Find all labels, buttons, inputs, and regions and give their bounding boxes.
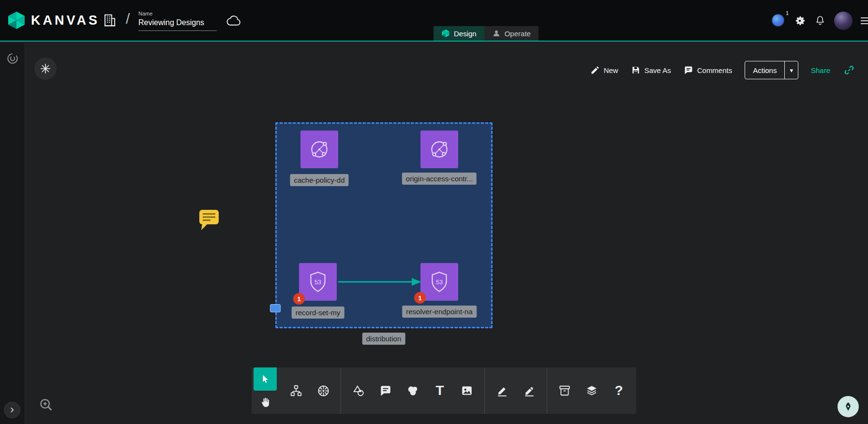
help-tool[interactable]: ? [605,367,632,414]
zoom-in-button[interactable] [39,397,53,414]
selection-anchor-handle[interactable] [270,304,281,312]
pan-tool-button[interactable] [259,391,271,414]
kanvas-wordmark: KANVAS [31,13,100,28]
cloudfront-icon [427,137,451,161]
comment-bubble-icon [684,65,693,75]
node-origin-access-control[interactable] [420,131,458,168]
canvas-action-bar: New Save As Comments Actions ▾ Share [590,61,855,79]
archive-drawer-icon [558,384,571,397]
blob-shapes-icon [406,384,419,397]
route53-shield-icon: 53 [427,270,451,294]
toolbar-group-manage: ? [547,367,636,414]
notification-count: 1 [786,10,789,16]
error-badge-record-set[interactable]: 1 [293,293,305,305]
cloudfront-icon [307,137,331,161]
user-avatar[interactable] [834,12,853,30]
text-tool[interactable]: T [426,367,453,414]
tab-design-label: Design [454,29,477,38]
mode-tabs: Design Operate [434,26,539,41]
help-icon: ? [614,383,623,398]
media-tool[interactable] [453,367,480,414]
operate-tab-icon [492,29,501,38]
select-tool-button[interactable] [254,367,277,391]
tab-operate[interactable]: Operate [484,26,539,41]
sticker-tool[interactable] [399,367,426,414]
sitemap-icon [290,384,302,397]
shapes-icon [352,384,365,397]
layers-tool[interactable] [578,367,605,414]
kubernetes-wheel-icon [317,384,330,397]
design-name-input[interactable] [138,17,217,31]
design-tab-icon [441,29,450,38]
notification-icon [772,14,784,27]
pen-fab-button[interactable] [838,396,859,417]
design-name-field: Name [138,11,217,31]
node-record-set[interactable]: 53 [299,263,337,301]
shapes-tool[interactable] [345,367,372,414]
notification-center-button[interactable]: 1 [772,14,785,28]
kanvas-app: KANVAS / Name [0,0,868,424]
node-label-record-set: record-set-my [292,307,344,319]
gear-icon[interactable] [793,15,806,27]
left-sidebar [0,43,25,424]
kanvas-logo-icon [7,11,26,30]
tab-operate-label: Operate [505,29,531,38]
save-as-button[interactable]: Save As [631,65,671,75]
pen-draw-tool[interactable] [516,367,543,414]
edge-record-to-resolver[interactable] [336,276,424,288]
actions-split-button[interactable]: Actions ▾ [745,61,798,79]
error-badge-resolver-endpoint[interactable]: 1 [414,292,426,304]
node-label-resolver-endpoint: resolver-endpoint-na [402,306,477,318]
group-label-distribution: distribution [362,333,405,345]
route53-shield-icon: 53 [306,270,330,294]
top-bar: KANVAS / Name [0,0,868,42]
text-tool-icon: T [435,383,444,398]
sidebar-expand-button[interactable] [4,402,20,418]
actions-dropdown-caret[interactable]: ▾ [784,61,798,79]
node-label-origin-access-control: origin-access-contr... [402,173,477,185]
design-name-label: Name [138,11,217,16]
pencil-icon [590,65,600,75]
toolbar-group-components [279,367,341,414]
breadcrumb-separator: / [126,11,130,27]
copy-link-icon[interactable] [843,64,855,76]
canvas-comment-marker[interactable] [197,208,221,231]
toolbar-group-draw [485,367,547,414]
node-label-cache-policy: cache-policy-dd [290,174,348,186]
organization-icon[interactable] [103,13,117,28]
actions-button-label[interactable]: Actions [745,66,784,74]
canvas-settings-button[interactable] [34,58,57,80]
node-cache-policy[interactable] [300,131,338,168]
component-hierarchy-tool[interactable] [283,367,310,414]
pen-nib-icon [843,401,853,412]
kanvas-logo: KANVAS [7,11,100,30]
comment-tool-icon [379,384,392,397]
node-resolver-endpoint[interactable]: 53 [420,263,458,301]
header-right-cluster: 1 [772,0,867,42]
new-button-label: New [604,66,618,74]
chevron-right-icon [8,406,16,414]
cursor-arrow-icon [260,374,270,384]
hamburger-menu-icon[interactable] [861,17,868,24]
meshery-swirl-icon[interactable] [6,52,19,65]
bell-icon[interactable] [814,15,826,27]
new-button[interactable]: New [590,65,618,75]
save-as-button-label: Save As [644,66,671,74]
pencil-draw-icon [496,384,509,397]
kubernetes-components-tool[interactable] [310,367,337,414]
route53-text: 53 [436,279,443,286]
toolbar-group-annotate: T [341,367,484,414]
comments-button[interactable]: Comments [684,65,733,75]
tab-design[interactable]: Design [434,26,484,41]
floppy-disk-icon [631,65,641,75]
share-button[interactable]: Share [811,66,830,74]
snowflake-icon [40,63,51,74]
comment-tool[interactable] [372,367,399,414]
freehand-draw-tool[interactable] [489,367,516,414]
magnifier-plus-icon [39,397,53,412]
pointer-tool-column [252,367,279,414]
bottom-toolbar: T [252,367,636,414]
route53-text: 53 [314,279,321,286]
drawer-tool[interactable] [551,367,578,414]
cloud-sync-icon [226,15,242,26]
